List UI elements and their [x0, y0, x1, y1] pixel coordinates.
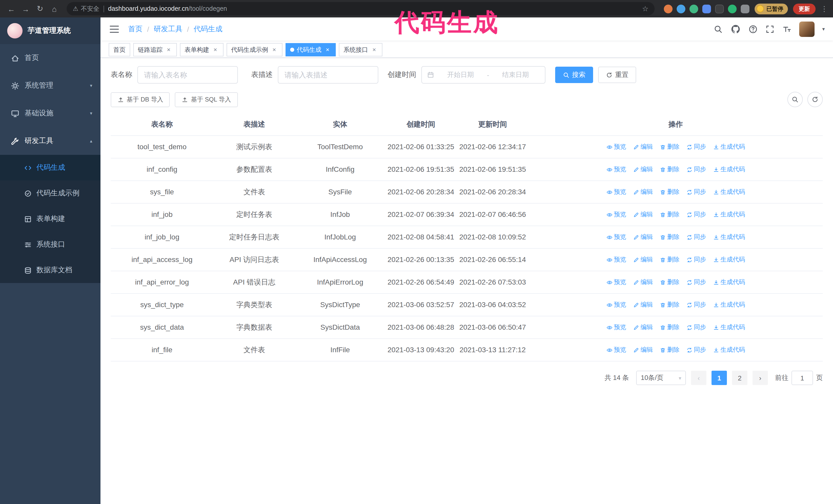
action-generate-link[interactable]: 生成代码	[713, 141, 745, 153]
action-sync-link[interactable]: 同步	[686, 209, 706, 220]
logo[interactable]: 芋道管理系统	[0, 18, 100, 44]
action-delete-link[interactable]: 删除	[660, 231, 680, 243]
action-preview-link[interactable]: 预览	[606, 164, 626, 175]
toggle-search-button[interactable]	[787, 92, 803, 107]
tab-tracing[interactable]: 链路追踪 ×	[133, 43, 177, 56]
action-delete-link[interactable]: 删除	[660, 141, 680, 153]
action-sync-link[interactable]: 同步	[686, 254, 706, 266]
back-icon[interactable]: ←	[5, 3, 18, 15]
action-sync-link[interactable]: 同步	[686, 299, 706, 311]
breadcrumb-home[interactable]: 首页	[128, 24, 143, 33]
action-sync-link[interactable]: 同步	[686, 141, 706, 153]
close-icon[interactable]: ×	[324, 46, 331, 53]
reload-icon[interactable]: ↻	[34, 3, 46, 15]
search-button[interactable]: 搜索	[555, 67, 593, 83]
tab-codegen[interactable]: 代码生成 ×	[286, 43, 336, 56]
extension-icon[interactable]	[702, 4, 711, 13]
extensions-puzzle-icon[interactable]	[741, 4, 749, 13]
action-preview-link[interactable]: 预览	[606, 231, 626, 243]
extension-icon[interactable]	[715, 4, 724, 13]
action-sync-link[interactable]: 同步	[686, 186, 706, 198]
table-desc-input[interactable]	[278, 66, 378, 83]
chrome-menu-icon[interactable]: ⋮	[821, 5, 828, 13]
bookmark-star-icon[interactable]: ☆	[642, 5, 648, 13]
chrome-update-button[interactable]: 更新	[793, 3, 815, 14]
sidebar-item-codegen[interactable]: 代码生成	[0, 155, 100, 181]
action-sync-link[interactable]: 同步	[686, 321, 706, 333]
action-generate-link[interactable]: 生成代码	[713, 254, 745, 266]
sidebar-item-system-api[interactable]: 系统接口	[0, 232, 100, 257]
sidebar-item-system[interactable]: 系统管理 ▾	[0, 72, 100, 99]
chevron-down-icon[interactable]: ▾	[822, 26, 825, 32]
action-sync-link[interactable]: 同步	[686, 231, 706, 243]
font-size-icon[interactable]	[782, 24, 791, 33]
hamburger-icon[interactable]	[109, 23, 120, 34]
action-preview-link[interactable]: 预览	[606, 321, 626, 333]
action-edit-link[interactable]: 编辑	[633, 164, 653, 175]
help-icon[interactable]	[748, 24, 758, 33]
action-edit-link[interactable]: 编辑	[633, 186, 653, 198]
reset-button[interactable]: 重置	[598, 67, 636, 83]
close-icon[interactable]: ×	[165, 46, 172, 53]
action-preview-link[interactable]: 预览	[606, 141, 626, 153]
action-delete-link[interactable]: 删除	[660, 299, 680, 311]
extension-icon[interactable]	[664, 4, 672, 13]
action-preview-link[interactable]: 预览	[606, 299, 626, 311]
action-edit-link[interactable]: 编辑	[633, 254, 653, 266]
sidebar-item-infra[interactable]: 基础设施 ▾	[0, 99, 100, 127]
sidebar-item-home[interactable]: 首页	[0, 44, 100, 72]
extension-icon[interactable]	[728, 4, 737, 13]
action-preview-link[interactable]: 预览	[606, 186, 626, 198]
date-range-picker[interactable]: 开始日期 - 结束日期	[421, 66, 545, 83]
sidebar-item-codegen-example[interactable]: 代码生成示例	[0, 181, 100, 206]
action-edit-link[interactable]: 编辑	[633, 141, 653, 153]
action-sync-link[interactable]: 同步	[686, 164, 706, 175]
goto-page-input[interactable]	[791, 371, 813, 385]
close-icon[interactable]: ×	[212, 46, 219, 53]
tab-home[interactable]: 首页	[109, 43, 130, 56]
forward-icon[interactable]: →	[20, 3, 32, 15]
action-delete-link[interactable]: 删除	[660, 254, 680, 266]
import-db-button[interactable]: 基于 DB 导入	[111, 92, 170, 107]
address-bar[interactable]: ⚠ 不安全 dashboard.yudao.iocoder.cn/tool/co…	[67, 2, 654, 16]
action-generate-link[interactable]: 生成代码	[713, 321, 745, 333]
security-chip[interactable]: ⚠ 不安全	[73, 4, 99, 13]
action-delete-link[interactable]: 删除	[660, 344, 680, 356]
action-generate-link[interactable]: 生成代码	[713, 164, 745, 175]
action-delete-link[interactable]: 删除	[660, 186, 680, 198]
sidebar-item-db-doc[interactable]: 数据库文档	[0, 257, 100, 283]
breadcrumb-devtools[interactable]: 研发工具	[154, 24, 183, 33]
action-edit-link[interactable]: 编辑	[633, 321, 653, 333]
tab-system-api[interactable]: 系统接口 ×	[339, 43, 382, 56]
extension-icon[interactable]	[689, 4, 698, 13]
action-preview-link[interactable]: 预览	[606, 344, 626, 356]
user-avatar[interactable]	[799, 21, 814, 37]
profile-paused-badge[interactable]: 已暂停	[755, 3, 788, 14]
action-sync-link[interactable]: 同步	[686, 277, 706, 288]
tab-codegen-example[interactable]: 代码生成示例 ×	[227, 43, 282, 56]
sidebar-item-devtools[interactable]: 研发工具 ▴	[0, 127, 100, 155]
sidebar-item-form-builder[interactable]: 表单构建	[0, 206, 100, 232]
search-icon[interactable]	[714, 24, 723, 33]
refresh-table-button[interactable]	[807, 92, 823, 107]
action-generate-link[interactable]: 生成代码	[713, 186, 745, 198]
page-button-1[interactable]: 1	[712, 371, 727, 385]
action-generate-link[interactable]: 生成代码	[713, 344, 745, 356]
github-icon[interactable]	[731, 24, 741, 34]
action-generate-link[interactable]: 生成代码	[713, 231, 745, 243]
action-edit-link[interactable]: 编辑	[633, 344, 653, 356]
action-delete-link[interactable]: 删除	[660, 321, 680, 333]
close-icon[interactable]: ×	[371, 46, 378, 53]
table-name-input[interactable]	[137, 66, 238, 83]
import-sql-button[interactable]: 基于 SQL 导入	[175, 92, 238, 107]
action-delete-link[interactable]: 删除	[660, 277, 680, 288]
action-delete-link[interactable]: 删除	[660, 164, 680, 175]
prev-page-button[interactable]: ‹	[691, 371, 706, 385]
page-button-2[interactable]: 2	[732, 371, 747, 385]
action-generate-link[interactable]: 生成代码	[713, 299, 745, 311]
action-preview-link[interactable]: 预览	[606, 254, 626, 266]
action-edit-link[interactable]: 编辑	[633, 277, 653, 288]
action-delete-link[interactable]: 删除	[660, 209, 680, 220]
action-sync-link[interactable]: 同步	[686, 344, 706, 356]
tab-form-builder[interactable]: 表单构建 ×	[180, 43, 223, 56]
